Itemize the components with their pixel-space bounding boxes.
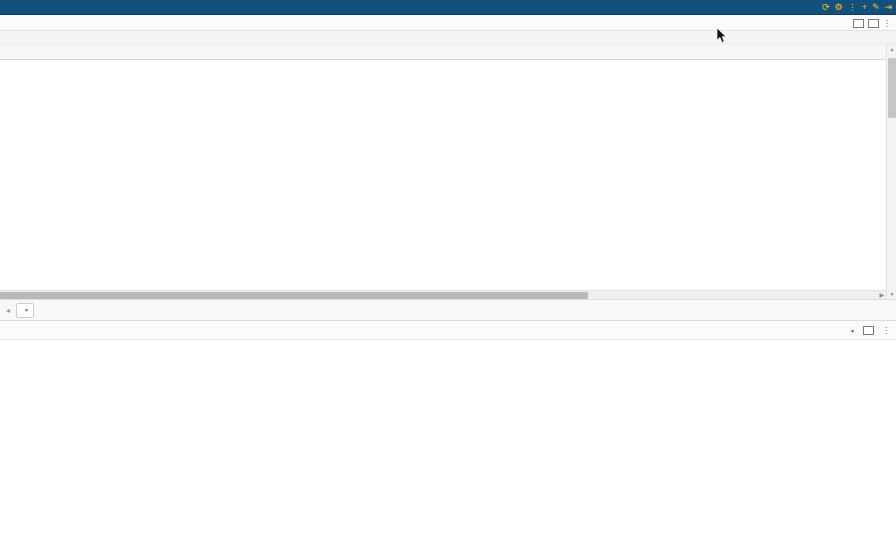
layout-icon[interactable] bbox=[853, 19, 864, 28]
title-bar-icons: ⟳ ⚙ ⋮ + ✎ ⇥ bbox=[822, 0, 892, 15]
scroll-down-icon[interactable]: ▼ bbox=[887, 291, 896, 297]
export-icon[interactable] bbox=[868, 19, 879, 28]
add-icon[interactable]: + bbox=[862, 0, 867, 15]
grid-body bbox=[0, 60, 896, 290]
title-bar bbox=[0, 0, 896, 15]
chart-header bbox=[0, 321, 896, 340]
prev-page-icon[interactable]: ◂ bbox=[6, 306, 10, 315]
edit-icon[interactable]: ✎ bbox=[872, 0, 880, 15]
grid-header-row bbox=[0, 44, 896, 60]
vertical-scrollbar-thumb[interactable] bbox=[888, 58, 896, 118]
widget-header bbox=[0, 15, 896, 31]
chevron-down-icon: ▼ bbox=[24, 307, 29, 313]
vertical-scrollbar[interactable]: ▲ ▼ bbox=[886, 44, 896, 299]
chart-header-controls: ▼ ⋮ bbox=[847, 321, 890, 340]
horizontal-scrollbar-thumb[interactable] bbox=[0, 292, 588, 299]
pager: ◂ ▼ bbox=[0, 299, 896, 321]
grid-toolbar bbox=[0, 31, 896, 44]
scroll-up-icon[interactable]: ▲ bbox=[887, 46, 896, 52]
kebab-icon[interactable]: ⋮ bbox=[848, 0, 857, 15]
layout-icon[interactable] bbox=[863, 326, 874, 335]
exit-icon[interactable]: ⇥ bbox=[884, 0, 892, 15]
page-size-dropdown[interactable]: ▼ bbox=[16, 303, 34, 318]
refresh-icon[interactable]: ⟳ bbox=[822, 0, 830, 15]
settings-icon[interactable]: ⚙ bbox=[835, 0, 843, 15]
horizontal-scrollbar[interactable]: ▶ bbox=[0, 290, 886, 299]
variance-area-chart bbox=[0, 340, 896, 540]
chart-body bbox=[0, 340, 896, 540]
kebab-icon[interactable]: ⋮ bbox=[883, 19, 891, 28]
widget-header-icons: ⋮ bbox=[853, 15, 891, 31]
chart-type-dropdown[interactable]: ▼ bbox=[847, 328, 855, 334]
chevron-down-icon: ▼ bbox=[850, 328, 855, 334]
kebab-icon[interactable]: ⋮ bbox=[882, 326, 890, 335]
